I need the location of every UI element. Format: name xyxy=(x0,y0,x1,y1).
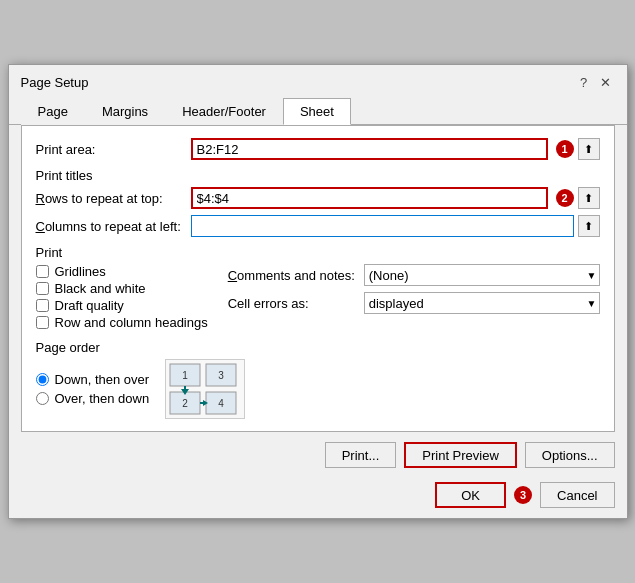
print-area-row: Print area: 1 ⬆ xyxy=(36,138,600,160)
print-options: Gridlines Black and white Draft quality … xyxy=(36,264,600,330)
tab-margins[interactable]: Margins xyxy=(85,98,165,125)
tab-sheet[interactable]: Sheet xyxy=(283,98,351,125)
ok-badge: 3 xyxy=(514,486,532,504)
title-bar-controls: ? ✕ xyxy=(575,73,615,91)
page-order-label: Page order xyxy=(36,340,600,355)
svg-text:4: 4 xyxy=(218,398,224,409)
page-order-content: Down, then over Over, then down xyxy=(36,359,600,419)
down-then-over-radio[interactable] xyxy=(36,373,49,386)
draft-quality-checkbox[interactable] xyxy=(36,299,49,312)
gridlines-row: Gridlines xyxy=(36,264,208,279)
rows-repeat-label: Rows to repeat at top: xyxy=(36,191,191,206)
gridlines-label: Gridlines xyxy=(55,264,106,279)
bottom-bar: OK 3 Cancel xyxy=(9,476,627,518)
errors-dropdown-wrapper: displayed <blank> -- #N/A ▼ xyxy=(364,292,600,314)
options-button[interactable]: Options... xyxy=(525,442,615,468)
comments-dropdown[interactable]: (None) At end of sheet As displayed on s… xyxy=(364,264,600,286)
gridlines-checkbox[interactable] xyxy=(36,265,49,278)
comments-dropdown-wrapper: (None) At end of sheet As displayed on s… xyxy=(364,264,600,286)
cancel-button[interactable]: Cancel xyxy=(540,482,614,508)
row-col-headings-checkbox[interactable] xyxy=(36,316,49,329)
print-checkboxes: Gridlines Black and white Draft quality … xyxy=(36,264,208,330)
down-then-over-row: Down, then over xyxy=(36,372,150,387)
page-order-diagram: 1 3 2 4 xyxy=(165,359,245,419)
over-then-down-row: Over, then down xyxy=(36,391,150,406)
over-then-down-label: Over, then down xyxy=(55,391,150,406)
page-order-svg: 1 3 2 4 xyxy=(168,362,242,416)
ok-button[interactable]: OK xyxy=(435,482,506,508)
svg-text:1: 1 xyxy=(182,370,188,381)
rows-repeat-badge: 2 xyxy=(556,189,574,207)
cols-repeat-input-wrapper: ⬆ xyxy=(191,215,600,237)
row-col-headings-label: Row and column headings xyxy=(55,315,208,330)
print-area-select-button[interactable]: ⬆ xyxy=(578,138,600,160)
down-then-over-label: Down, then over xyxy=(55,372,150,387)
rows-repeat-input[interactable] xyxy=(191,187,548,209)
tab-page[interactable]: Page xyxy=(21,98,85,125)
sheet-content: Print area: 1 ⬆ Print titles Rows to rep… xyxy=(21,125,615,432)
page-setup-dialog: Page Setup ? ✕ Page Margins Header/Foote… xyxy=(8,64,628,519)
over-then-down-radio[interactable] xyxy=(36,392,49,405)
cols-repeat-input[interactable] xyxy=(191,215,574,237)
tabs: Page Margins Header/Footer Sheet xyxy=(9,97,627,125)
print-area-badge: 1 xyxy=(556,140,574,158)
page-order-radios: Down, then over Over, then down xyxy=(36,372,150,406)
row-col-headings-row: Row and column headings xyxy=(36,315,208,330)
cols-repeat-row: Columns to repeat at left: ⬆ xyxy=(36,215,600,237)
svg-text:2: 2 xyxy=(182,398,188,409)
dialog-title: Page Setup xyxy=(21,75,89,90)
title-bar: Page Setup ? ✕ xyxy=(9,65,627,95)
tab-header-footer[interactable]: Header/Footer xyxy=(165,98,283,125)
ok-wrapper: OK 3 xyxy=(435,482,532,508)
black-white-row: Black and white xyxy=(36,281,208,296)
print-area-input[interactable] xyxy=(191,138,548,160)
rows-repeat-input-wrapper: 2 ⬆ xyxy=(191,187,600,209)
print-button[interactable]: Print... xyxy=(325,442,397,468)
close-button[interactable]: ✕ xyxy=(597,73,615,91)
draft-quality-row: Draft quality xyxy=(36,298,208,313)
print-titles-section-label: Print titles xyxy=(36,168,600,183)
rows-repeat-select-button[interactable]: ⬆ xyxy=(578,187,600,209)
comments-label: Comments and notes: xyxy=(228,268,358,283)
print-area-input-wrapper: 1 ⬆ xyxy=(191,138,600,160)
draft-quality-label: Draft quality xyxy=(55,298,124,313)
print-section-label: Print xyxy=(36,245,600,260)
page-order-section: Page order Down, then over Over, then do… xyxy=(36,340,600,419)
cols-repeat-label: Columns to repeat at left: xyxy=(36,219,191,234)
cols-repeat-select-button[interactable]: ⬆ xyxy=(578,215,600,237)
help-button[interactable]: ? xyxy=(575,73,593,91)
errors-label: Cell errors as: xyxy=(228,296,358,311)
black-white-label: Black and white xyxy=(55,281,146,296)
comments-row: Comments and notes: (None) At end of she… xyxy=(228,264,600,286)
svg-text:3: 3 xyxy=(218,370,224,381)
rows-repeat-row: Rows to repeat at top: 2 ⬆ xyxy=(36,187,600,209)
black-white-checkbox[interactable] xyxy=(36,282,49,295)
print-preview-button[interactable]: Print Preview xyxy=(404,442,517,468)
footer-actions: Print... Print Preview Options... xyxy=(9,432,627,476)
print-dropdowns: Comments and notes: (None) At end of she… xyxy=(228,264,600,330)
print-area-label: Print area: xyxy=(36,142,191,157)
errors-dropdown[interactable]: displayed <blank> -- #N/A xyxy=(364,292,600,314)
errors-row: Cell errors as: displayed <blank> -- #N/… xyxy=(228,292,600,314)
